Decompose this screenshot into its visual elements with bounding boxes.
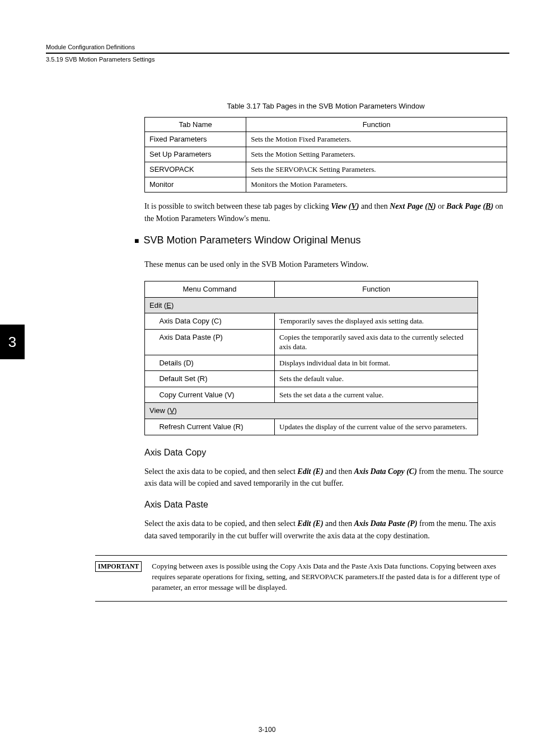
indent (145, 329, 155, 355)
text: or (436, 202, 447, 210)
table-row: Refresh Current Value (R) Updates the di… (145, 419, 478, 435)
table-row: Details (D) Displays individual data in … (145, 355, 478, 371)
table-header: Tab Name (145, 118, 246, 132)
table-cell: Copy Current Value (V) (154, 387, 274, 403)
text: and then (324, 519, 354, 528)
menu-ref: View (V) (331, 202, 359, 210)
paragraph: Select the axis data to be copied, and t… (144, 466, 507, 490)
table-cell: Sets the SERVOPACK Setting Parameters. (246, 162, 507, 177)
menu-ref: Next Page (N) (390, 202, 435, 210)
tab-pages-table: Tab Name Function Fixed Parameters Sets … (144, 117, 507, 192)
page-header: Module Configuration Definitions 3.5.19 … (46, 44, 509, 63)
chapter-side-tab: 3 (0, 325, 25, 359)
indent (145, 313, 155, 330)
table-cell: Set Up Parameters (145, 147, 246, 162)
indent (145, 419, 155, 435)
table-cell: Copies the temporarily saved axis data t… (275, 329, 478, 355)
indent (145, 387, 155, 403)
table-row: Default Set (R) Sets the default value. (145, 371, 478, 387)
square-bullet-icon: ■ (134, 237, 139, 246)
paragraph: These menus can be used only in the SVB … (144, 259, 507, 271)
table-row: SERVOPACK Sets the SERVOPACK Setting Par… (145, 162, 507, 177)
table-row: Axis Data Copy (C) Temporarily saves the… (145, 313, 478, 330)
important-text: Copying between axes is possible using t… (152, 561, 507, 593)
text: Select the axis data to be copied, and t… (144, 519, 297, 528)
important-note: IMPORTANT Copying between axes is possib… (95, 555, 507, 602)
menu-ref: Axis Data Copy (C) (354, 467, 416, 476)
header-section: 3.5.19 SVB Motion Parameters Settings (46, 56, 509, 63)
menu-ref: Edit (E) (297, 467, 323, 476)
table-row: Edit (E) (145, 297, 478, 313)
table-cell: Sets the set data a the current value. (275, 387, 478, 403)
page-content: Table 3.17 Tab Pages in the SVB Motion P… (144, 102, 507, 602)
table-cell: Fixed Parameters (145, 132, 246, 147)
table-cell: Sets the Motion Setting Parameters. (246, 147, 507, 162)
table-cell: Refresh Current Value (R) (154, 419, 274, 435)
text: Select the axis data to be copied, and t… (144, 467, 297, 476)
heading-3: Axis Data Copy (144, 448, 507, 458)
heading-2: ■ SVB Motion Parameters Window Original … (134, 234, 507, 246)
table-cell: SERVOPACK (145, 162, 246, 177)
indent (145, 371, 155, 387)
table-cell: Sets the default value. (275, 371, 478, 387)
table-row: Monitor Monitors the Motion Parameters. (145, 177, 507, 192)
table-cell: Default Set (R) (154, 371, 274, 387)
header-chapter: Module Configuration Definitions (46, 44, 509, 51)
table-row: Copy Current Value (V) Sets the set data… (145, 387, 478, 403)
heading-3: Axis Data Paste (144, 500, 507, 510)
table-cell: Temporarily saves the displayed axis set… (275, 313, 478, 330)
menu-ref: Edit (E) (297, 519, 323, 528)
header-rule (46, 53, 509, 54)
table-caption: Table 3.17 Tab Pages in the SVB Motion P… (144, 102, 507, 110)
text: It is possible to switch between these t… (144, 202, 331, 210)
table-cell: Details (D) (154, 355, 274, 371)
menu-ref: Back Page (B) (446, 202, 493, 210)
menu-command-table: Menu Command Function Edit (E) Axis Data… (144, 281, 478, 435)
text: and then (324, 467, 354, 476)
table-row: Axis Data Paste (P) Copies the temporari… (145, 329, 478, 355)
table-cell: Monitors the Motion Parameters. (246, 177, 507, 192)
text: and then (359, 202, 390, 210)
table-header: Function (246, 118, 507, 132)
table-cell: Updates the display of the current value… (275, 419, 478, 435)
menu-ref: Axis Data Paste (P) (354, 519, 417, 528)
paragraph: Select the axis data to be copied, and t… (144, 518, 507, 542)
table-row: Fixed Parameters Sets the Motion Fixed P… (145, 132, 507, 147)
table-row: View (V) (145, 403, 478, 419)
table-cell: Sets the Motion Fixed Parameters. (246, 132, 507, 147)
table-section: View (V) (145, 403, 478, 419)
important-label: IMPORTANT (95, 561, 142, 572)
table-section: Edit (E) (145, 297, 478, 313)
table-header: Menu Command (145, 281, 275, 298)
paragraph: It is possible to switch between these t… (144, 200, 507, 224)
table-cell: Monitor (145, 177, 246, 192)
indent (145, 355, 155, 371)
table-cell: Axis Data Paste (P) (154, 329, 274, 355)
page-number: 3-100 (0, 726, 534, 734)
table-cell: Axis Data Copy (C) (154, 313, 274, 330)
table-row: Set Up Parameters Sets the Motion Settin… (145, 147, 507, 162)
table-header: Function (275, 281, 478, 298)
heading-text: SVB Motion Parameters Window Original Me… (143, 234, 360, 246)
table-cell: Displays individual data in bit format. (275, 355, 478, 371)
